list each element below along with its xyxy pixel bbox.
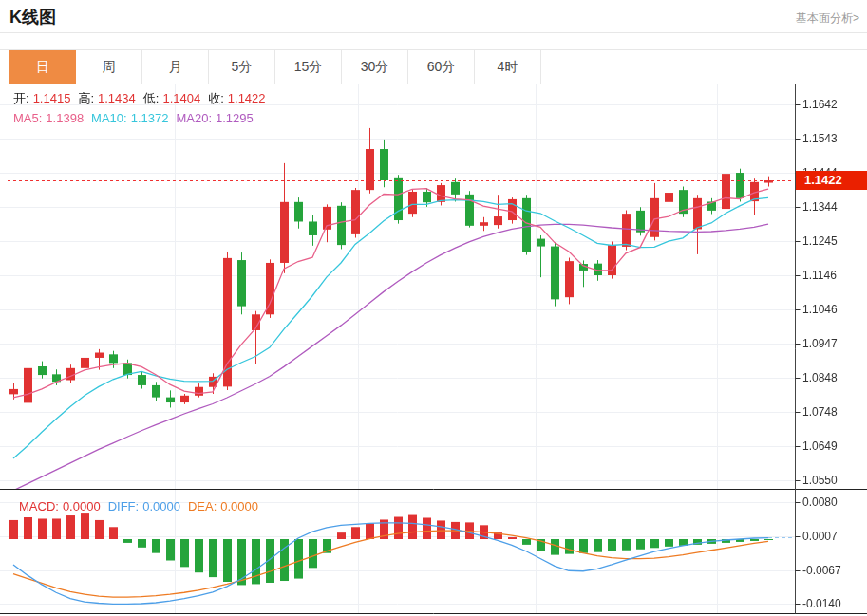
fundamental-analysis-link[interactable]: 基本面分析> [796,10,859,27]
tab-h4[interactable]: 4时 [475,50,541,84]
price-axis-label: 1.1642 [802,98,838,111]
kline-chart-canvas[interactable] [0,84,867,616]
price-axis-label: 1.0649 [802,439,838,453]
ohlc-item-3: 收:1.1422 [208,91,269,105]
tab-m30[interactable]: 30分 [342,50,408,84]
price-axis-label: 1.0550 [802,474,838,487]
price-axis-label: 1.1146 [802,269,837,282]
ohlc-legend: 开:1.1415高:1.1434低:1.1404收:1.1422 [13,90,273,107]
interval-tabs: 日周月5分15分30分60分4时 [0,49,867,84]
ohlc-item-0: 开:1.1415 [13,91,74,105]
macd-axis-label: -0.0140 [802,597,841,610]
macd-item-2: DEA:0.0000 [188,499,262,513]
tab-m15[interactable]: 15分 [275,50,342,84]
price-axis-label: 1.1046 [802,303,838,316]
ma-item-1: MA10:1.1372 [91,111,172,125]
price-axis-label: 1.1543 [802,132,838,145]
macd-axis-label: -0.0067 [802,564,841,577]
chart-area: 开:1.1415高:1.1434低:1.1404收:1.1422 MA5:1.1… [0,84,867,616]
tab-m5[interactable]: 5分 [209,50,275,84]
ma-item-2: MA20:1.1295 [176,111,256,125]
price-axis-label: 1.0848 [802,371,838,384]
macd-item-0: MACD:0.0000 [19,499,104,513]
tab-week[interactable]: 周 [76,50,142,84]
price-axis-label: 1.0947 [802,337,838,350]
price-axis-label: 1.1245 [802,234,838,248]
page-title: K线图 [9,6,56,28]
macd-axis-label: 0.0007 [802,530,838,543]
macd-legend: MACD:0.0000DIFF:0.0000DEA:0.0000 [19,499,266,513]
tab-day[interactable]: 日 [9,50,76,84]
macd-item-1: DIFF:0.0000 [108,499,184,513]
tab-m60[interactable]: 60分 [408,50,475,84]
price-axis-label: 1.0748 [802,405,838,419]
ohlc-item-1: 高:1.1434 [78,91,139,105]
macd-axis-label: 0.0080 [802,495,838,509]
ma-legend: MA5:1.1398MA10:1.1372MA20:1.1295 [13,111,261,125]
ohlc-item-2: 低:1.1404 [143,91,204,105]
price-axis-label: 1.1344 [802,200,838,214]
title-bar: K线图 基本面分析> [0,0,867,33]
ma-item-0: MA5:1.1398 [13,111,87,125]
tab-month[interactable]: 月 [142,50,209,84]
current-price-tag: 1.1422 [796,171,867,190]
